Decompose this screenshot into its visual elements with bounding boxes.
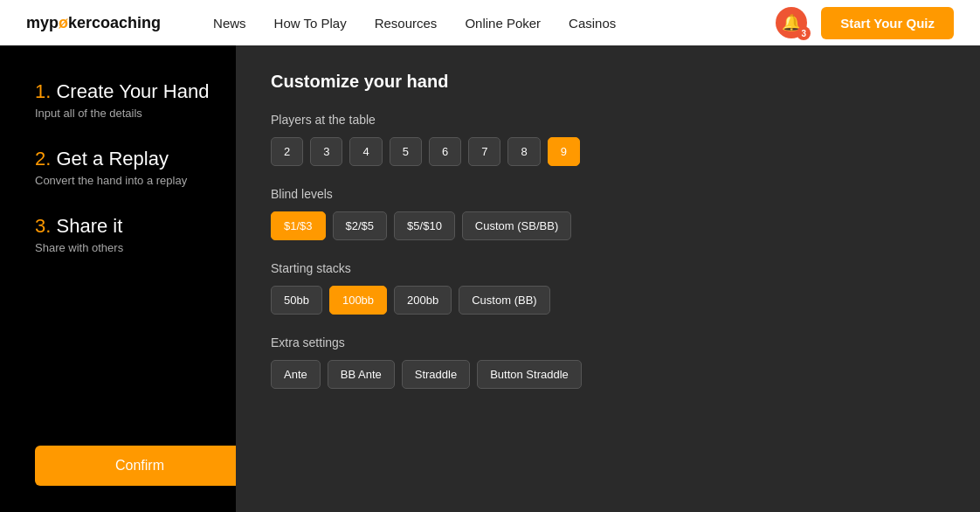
stack-btn-50bb[interactable]: 50bb: [271, 286, 322, 315]
blind-btn-1-3[interactable]: $1/$3: [271, 211, 326, 240]
player-btn-8[interactable]: 8: [507, 137, 540, 166]
blind-btn-CustomSB-BB[interactable]: Custom (SB/BB): [462, 211, 571, 240]
nav-item-how-to-play[interactable]: How To Play: [274, 16, 347, 31]
step-1-title-text: Create Your Hand: [56, 80, 209, 102]
nav-item-online-poker[interactable]: Online Poker: [465, 16, 541, 31]
extra-btn-bb-ante[interactable]: BB Ante: [328, 360, 395, 389]
player-btn-4[interactable]: 4: [349, 137, 382, 166]
logo: mypøkercoaching: [26, 14, 161, 32]
step-2: 2. Get a Replay Convert the hand into a …: [35, 148, 210, 187]
nav-item-casinos[interactable]: Casinos: [569, 16, 616, 31]
right-panel: Customize your hand Players at the table…: [236, 45, 980, 512]
blind-label: Blind levels: [271, 187, 945, 201]
step-3-number: 3.: [35, 215, 51, 237]
confirm-button[interactable]: Confirm: [35, 446, 245, 486]
stack-btn-200bb[interactable]: 200bb: [394, 286, 452, 315]
player-btn-6[interactable]: 6: [429, 137, 461, 166]
blind-btn-5-10[interactable]: $5/$10: [394, 211, 455, 240]
step-3-title: 3. Share it: [35, 215, 210, 238]
step-2-number: 2.: [35, 148, 51, 170]
stacks-group: 50bb100bb200bbCustom (BB): [271, 286, 945, 315]
extra-label: Extra settings: [271, 336, 945, 349]
nav-item-resources[interactable]: Resources: [375, 16, 438, 31]
stack-btn-CustomBB[interactable]: Custom (BB): [459, 286, 549, 315]
extra-btn-straddle[interactable]: Straddle: [402, 360, 470, 389]
step-1-title: 1. Create Your Hand: [35, 80, 210, 103]
main-content: 1. Create Your Hand Input all of the det…: [0, 45, 980, 512]
header: mypøkercoaching News How To Play Resourc…: [0, 0, 980, 45]
header-right: 🔔 3 Start Your Quiz: [776, 7, 954, 39]
nav-item-news[interactable]: News: [213, 16, 246, 31]
nav: News How To Play Resources Online Poker …: [213, 16, 776, 31]
step-2-title-text: Get a Replay: [56, 148, 168, 170]
bell-button[interactable]: 🔔 3: [776, 7, 807, 38]
players-label: Players at the table: [271, 113, 945, 127]
stacks-label: Starting stacks: [271, 261, 945, 275]
player-btn-2[interactable]: 2: [271, 137, 303, 166]
customize-title: Customize your hand: [271, 72, 945, 92]
start-quiz-button[interactable]: Start Your Quiz: [821, 7, 954, 39]
step-3-title-text: Share it: [56, 215, 122, 237]
step-1-number: 1.: [35, 80, 51, 102]
player-btn-9[interactable]: 9: [548, 137, 580, 166]
player-btn-3[interactable]: 3: [310, 137, 342, 166]
step-3-desc: Share with others: [35, 241, 210, 254]
extras-group: AnteBB AnteStraddleButton Straddle: [271, 360, 945, 389]
left-panel: 1. Create Your Hand Input all of the det…: [0, 45, 236, 512]
players-group: 23456789: [271, 137, 945, 166]
step-2-desc: Convert the hand into a replay: [35, 174, 210, 187]
step-2-title: 2. Get a Replay: [35, 148, 210, 170]
step-1: 1. Create Your Hand Input all of the det…: [35, 80, 210, 120]
stack-btn-100bb[interactable]: 100bb: [329, 286, 387, 315]
step-1-desc: Input all of the details: [35, 107, 210, 120]
blinds-group: $1/$3$2/$5$5/$10Custom (SB/BB): [271, 211, 945, 240]
player-btn-5[interactable]: 5: [390, 137, 422, 166]
extra-btn-button-straddle[interactable]: Button Straddle: [477, 360, 582, 389]
player-btn-7[interactable]: 7: [468, 137, 500, 166]
blind-btn-2-5[interactable]: $2/$5: [333, 211, 388, 240]
bottom-left: Confirm: [35, 437, 245, 486]
bell-badge: 3: [797, 26, 811, 40]
extra-btn-ante[interactable]: Ante: [271, 360, 321, 389]
step-3: 3. Share it Share with others: [35, 215, 210, 254]
